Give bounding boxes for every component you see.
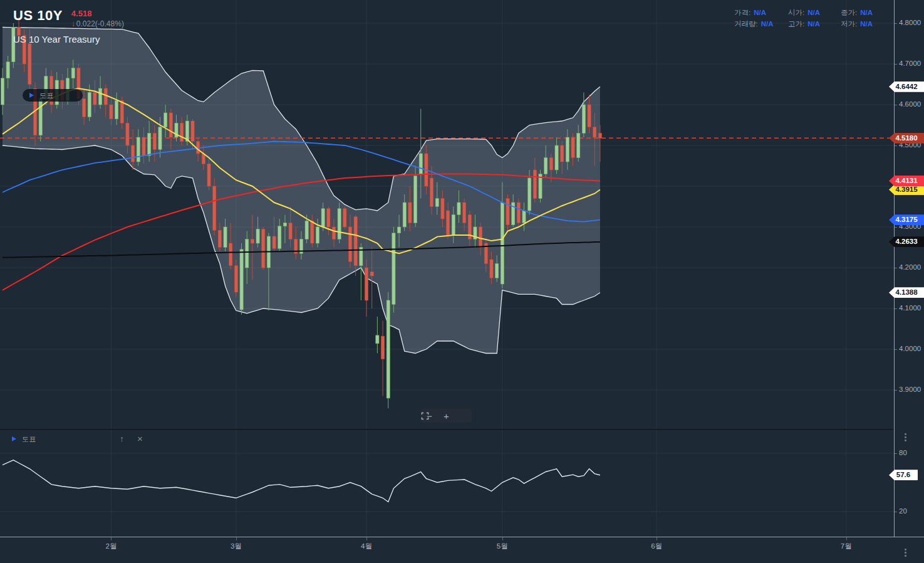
time-label[interactable]: 6월: [651, 542, 662, 551]
time-tick-mark: [502, 537, 503, 540]
time-tick-mark: [657, 537, 657, 540]
oscillator-badge: 57.6: [889, 470, 918, 480]
oscillator-panel-plot[interactable]: [0, 430, 894, 537]
info-high: 고가:N/A: [788, 19, 820, 29]
price-badge-last-price: 4.5180: [889, 133, 924, 144]
time-label[interactable]: 7월: [841, 542, 852, 551]
price-tick-label: 4.0000: [899, 345, 921, 352]
price-tick-mark: [895, 308, 897, 309]
price-tick-mark: [895, 390, 897, 391]
legend-label: 도표: [39, 91, 54, 100]
oscillator-menu-kebab-icon[interactable]: [903, 431, 908, 443]
oscillator-tick-mark: [895, 453, 897, 454]
price-tick-mark: [895, 64, 897, 65]
oscillator-legend[interactable]: 도표: [9, 433, 36, 445]
play-icon: [12, 436, 16, 441]
main-series-legend[interactable]: 도표: [23, 89, 83, 102]
price-tick-label: 4.7000: [899, 60, 921, 67]
time-tick-mark: [846, 537, 847, 540]
zoom-in-button[interactable]: +: [438, 409, 455, 423]
oscillator-tick-label: 80: [899, 449, 907, 456]
price-badge-ma-mid: 4.3175: [889, 214, 924, 225]
trading-chart-app: US 10Y 4.518 ↓0.022(-0.48%) US 10 Year T…: [0, 0, 924, 563]
price-badge-ma-slow: 4.4131: [889, 176, 924, 186]
time-axis-menu-kebab-icon[interactable]: [903, 547, 908, 559]
time-label[interactable]: 3월: [231, 542, 242, 551]
time-label[interactable]: 5월: [497, 542, 508, 551]
price-tick-mark: [895, 23, 897, 24]
pane-divider-handle[interactable]: [0, 429, 894, 430]
price-tick-mark: [895, 268, 897, 268]
info-price: 가격:N/A: [734, 8, 766, 18]
oscillator-tick-mark: [895, 512, 897, 512]
time-label[interactable]: 4월: [361, 542, 372, 551]
time-tick-mark: [111, 537, 112, 540]
price-tick-label: 4.1000: [899, 304, 921, 312]
info-volume: 거래량:N/A: [734, 19, 774, 29]
time-label[interactable]: 2월: [105, 542, 117, 551]
main-chart-plot[interactable]: [0, 0, 894, 429]
time-tick-mark: [366, 537, 367, 540]
fullscreen-icon: [421, 412, 429, 420]
price-tick-mark: [895, 105, 897, 105]
price-axis[interactable]: 4.80004.70004.60004.50004.40004.30004.20…: [895, 0, 924, 563]
price-badge-bollinger-upper: 4.6442: [889, 82, 924, 92]
legend-label: 도표: [22, 434, 36, 444]
symbol-header: US 10Y 4.518 ↓0.022(-0.48%) US 10 Year T…: [13, 9, 124, 45]
info-close: 종가:N/A: [841, 8, 873, 18]
price-tick-label: 4.6000: [899, 100, 921, 108]
down-arrow-icon: ↓: [71, 19, 75, 28]
close-panel-button[interactable]: ×: [136, 433, 144, 445]
time-tick-mark: [236, 537, 237, 540]
fullscreen-button[interactable]: [455, 409, 472, 423]
zoom-toolbar: − +: [421, 409, 472, 423]
symbol-description: US 10 Year Treasury: [13, 34, 124, 45]
price-tick-mark: [895, 145, 897, 146]
price-badge-ma-flat: 4.2633: [889, 236, 924, 247]
price-tick-label: 4.8000: [899, 19, 921, 26]
info-open: 시가:N/A: [788, 8, 820, 18]
price-badge-bollinger-lower: 4.1388: [889, 287, 924, 298]
time-axis[interactable]: 2월3월4월5월6월7월: [0, 537, 924, 563]
price-tick-mark: [895, 349, 897, 350]
change-text: 0.022(-0.48%): [76, 19, 124, 28]
price-tick-mark: [895, 227, 897, 228]
price-change: ↓0.022(-0.48%): [71, 19, 124, 28]
info-low: 저가:N/A: [841, 19, 873, 29]
symbol-name[interactable]: US 10Y: [13, 9, 63, 23]
last-price-value: 4.518: [71, 9, 124, 18]
price-tick-label: 4.2000: [899, 263, 921, 271]
play-icon: [29, 93, 34, 98]
price-tick-label: 3.9000: [899, 386, 921, 393]
oscillator-tick-label: 20: [899, 507, 907, 515]
move-panel-up-button[interactable]: ↑: [118, 433, 125, 445]
